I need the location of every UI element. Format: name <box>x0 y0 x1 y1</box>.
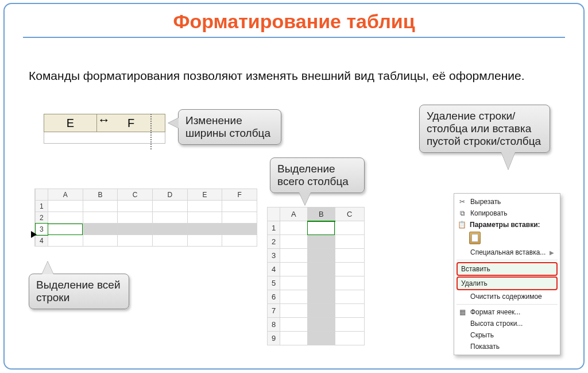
column-width-illustration: E F <box>44 114 165 132</box>
grid2-row-2: 2 <box>268 235 280 249</box>
grid1-col-B: B <box>83 189 118 201</box>
column-width-underrow <box>44 132 165 144</box>
ctx-paste-options-header: 📋 Параметры вставки: <box>454 219 560 230</box>
grid1-corner <box>36 189 48 201</box>
submenu-arrow-icon: ▶ <box>550 249 554 256</box>
grid2-col-A: A <box>280 207 308 221</box>
grid2-row-5: 5 <box>268 276 280 290</box>
grid1-col-D: D <box>152 189 187 201</box>
ctx-paste-special[interactable]: Специальная вставка... ▶ <box>454 247 560 258</box>
ctx-show[interactable]: Показать <box>454 341 560 352</box>
ctx-copy[interactable]: ⧉ Копировать <box>454 207 560 219</box>
grid2-row-6: 6 <box>268 290 280 304</box>
ctx-hide[interactable]: Скрыть <box>454 329 560 341</box>
context-menu: ✂ Вырезать ⧉ Копировать 📋 Параметры вста… <box>454 193 560 355</box>
callout-select-column: Выделение всего столбца <box>270 157 365 193</box>
callout-select-row: Выделение всей строки <box>29 274 129 309</box>
grid2-row-8: 8 <box>268 318 280 332</box>
ctx-show-label: Показать <box>470 343 500 351</box>
grid-column-select: A B C 1 2 3 4 5 6 7 8 9 <box>267 207 365 345</box>
grid2-row-4: 4 <box>268 263 280 276</box>
ctx-insert-label: Вставить <box>461 265 490 273</box>
grid2-row-7: 7 <box>268 304 280 318</box>
grid2-col-C: C <box>335 207 364 221</box>
grid1-row-3-selected: 3 <box>36 224 48 235</box>
ctx-clear-label: Очистить содержимое <box>470 293 542 301</box>
ctx-insert[interactable]: Вставить <box>457 262 558 276</box>
copy-icon: ⧉ <box>458 209 467 217</box>
ctx-clear[interactable]: Очистить содержимое <box>454 291 560 302</box>
column-header-E: E <box>44 114 97 132</box>
ctx-row-height-label: Высота строки... <box>470 320 523 328</box>
ctx-format-label: Формат ячеек... <box>470 308 520 316</box>
ctx-delete[interactable]: Удалить <box>457 276 558 290</box>
grid2-row-1: 1 <box>268 221 280 235</box>
ctx-cut[interactable]: ✂ Вырезать <box>454 196 560 207</box>
ctx-copy-label: Копировать <box>470 209 508 217</box>
callout-column-width: Изменение ширины столбца <box>178 109 281 145</box>
grid1-col-E: E <box>187 189 222 201</box>
grid1-row-1: 1 <box>36 201 48 212</box>
ctx-separator <box>457 260 558 260</box>
title-underline <box>23 37 565 38</box>
grid2-corner <box>268 207 280 221</box>
scissors-icon: ✂ <box>458 198 467 206</box>
grid-row-select: A B C D E F 1 2 3 4 <box>34 189 257 247</box>
ctx-cut-label: Вырезать <box>470 198 501 206</box>
grid1-col-A: A <box>48 189 83 201</box>
grid1-row-2: 2 <box>36 212 48 224</box>
row-select-arrow-icon <box>31 231 37 238</box>
ctx-separator <box>457 304 558 305</box>
grid2-row-3: 3 <box>268 249 280 263</box>
grid1-col-F: F <box>222 189 257 201</box>
intro-paragraph: Команды форматирования позволяют изменят… <box>29 68 554 83</box>
ctx-delete-label: Удалить <box>461 279 488 287</box>
paste-option-icon[interactable] <box>469 232 481 244</box>
column-header-F: F <box>97 114 165 132</box>
clipboard-icon: 📋 <box>458 221 466 229</box>
resize-guide-line <box>150 114 152 149</box>
ctx-format-cells[interactable]: ▦ Формат ячеек... <box>454 306 560 318</box>
slide-title: Форматирование таблиц <box>0 10 588 33</box>
ctx-hide-label: Скрыть <box>470 331 494 339</box>
ctx-paste-special-label: Специальная вставка... <box>470 248 546 256</box>
grid2-row-9: 9 <box>268 332 280 345</box>
callout-delete-insert: Удаление строки/столбца или вставка пуст… <box>419 105 550 153</box>
grid1-row-4: 4 <box>36 235 48 247</box>
format-icon: ▦ <box>458 308 467 316</box>
grid1-col-C: C <box>118 189 153 201</box>
ctx-row-height[interactable]: Высота строки... <box>454 318 560 329</box>
grid2-col-B-selected: B <box>307 207 335 221</box>
